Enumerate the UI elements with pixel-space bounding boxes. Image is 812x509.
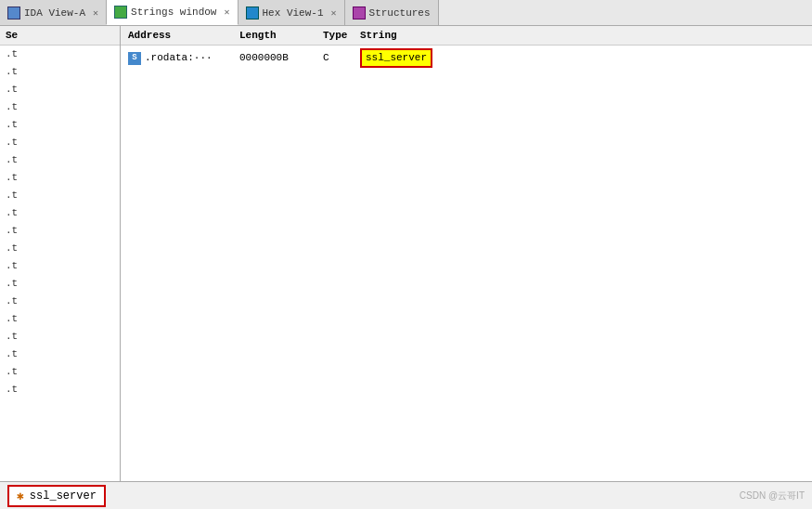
list-item: .t: [0, 63, 120, 81]
list-item: .t: [0, 381, 120, 398]
cell-string: ssl_server: [360, 48, 805, 68]
list-item: .t: [0, 346, 120, 363]
tab-structures[interactable]: Structures: [344, 0, 439, 25]
col-address-header: Address: [128, 30, 239, 41]
rodata-icon: S: [128, 52, 141, 65]
list-item: .t: [0, 81, 120, 98]
list-item: .t: [0, 46, 120, 63]
list-item: .t: [0, 134, 120, 151]
list-item: .t: [0, 363, 120, 381]
content-panel: Address Length Type String S .rodata:···…: [121, 26, 812, 481]
status-highlight-box: ✱ ssl_server: [7, 485, 106, 507]
list-item: .t: [0, 151, 120, 169]
list-item: .t: [0, 222, 120, 240]
list-item: .t: [0, 98, 120, 116]
tab-ida-close[interactable]: ✕: [93, 7, 98, 19]
tab-strings-window[interactable]: Strings window ✕: [106, 0, 238, 25]
table-body: S .rodata:··· 0000000B C ssl_server: [121, 46, 812, 481]
list-item: .t: [0, 169, 120, 187]
tab-structures-label: Structures: [369, 7, 431, 19]
sidebar-header: Se: [0, 26, 120, 46]
list-item: .t: [0, 328, 120, 346]
cell-address: S .rodata:···: [128, 50, 239, 66]
list-item: .t: [0, 257, 120, 275]
tab-strings-label: Strings window: [131, 7, 216, 18]
status-text: ssl_server: [30, 489, 97, 502]
hex-view-icon: [246, 7, 259, 20]
table-row[interactable]: S .rodata:··· 0000000B C ssl_server: [121, 47, 812, 69]
tab-hex-label: Hex View-1: [263, 7, 324, 19]
list-item: .t: [0, 310, 120, 328]
tab-ida-view[interactable]: IDA View-A ✕: [0, 0, 107, 25]
status-icon: ✱: [17, 489, 24, 503]
col-string-header: String: [360, 30, 805, 41]
tab-bar: IDA View-A ✕ Strings window ✕ Hex View-1…: [0, 0, 812, 26]
list-item: .t: [0, 116, 120, 134]
cell-length: 0000000B: [239, 50, 323, 66]
main-area: Se .t .t .t .t .t .t .t .t .t .t .t .t .…: [0, 26, 812, 481]
tab-ida-label: IDA View-A: [24, 7, 85, 19]
list-item: .t: [0, 187, 120, 204]
address-value: .rodata:···: [145, 50, 213, 66]
sidebar: Se .t .t .t .t .t .t .t .t .t .t .t .t .…: [0, 26, 121, 481]
col-length-header: Length: [239, 30, 323, 41]
status-bar: ✱ ssl_server CSDN @云哥IT: [0, 481, 812, 509]
col-type-header: Type: [323, 30, 360, 41]
watermark: CSDN @云哥IT: [740, 489, 805, 502]
tab-hex-view[interactable]: Hex View-1 ✕: [238, 0, 345, 25]
cell-type: C: [323, 50, 360, 66]
list-item: .t: [0, 240, 120, 257]
tab-strings-close[interactable]: ✕: [224, 7, 229, 18]
string-value-highlight: ssl_server: [360, 48, 432, 68]
strings-window-icon: [114, 6, 127, 19]
list-item: .t: [0, 204, 120, 222]
tab-hex-close[interactable]: ✕: [331, 7, 337, 19]
table-header: Address Length Type String: [121, 26, 812, 46]
structures-icon: [353, 7, 366, 20]
ida-view-icon: [7, 7, 20, 20]
list-item: .t: [0, 293, 120, 310]
list-item: .t: [0, 275, 120, 293]
